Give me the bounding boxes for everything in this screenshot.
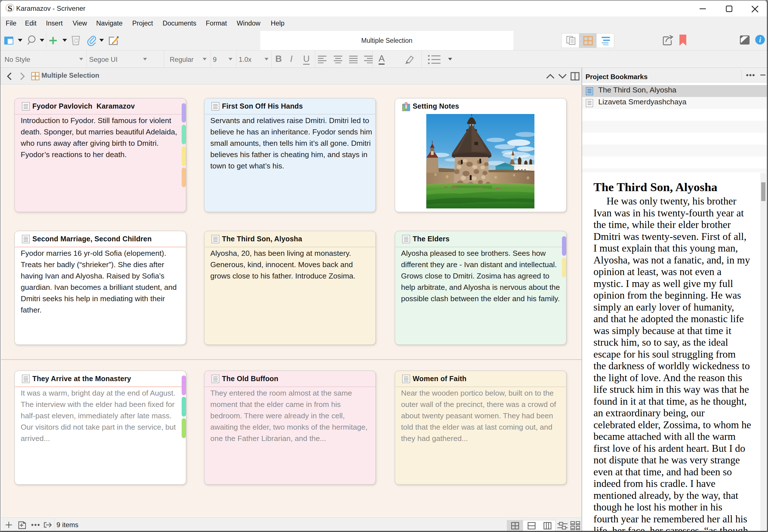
svg-text:i: i [759,36,761,44]
